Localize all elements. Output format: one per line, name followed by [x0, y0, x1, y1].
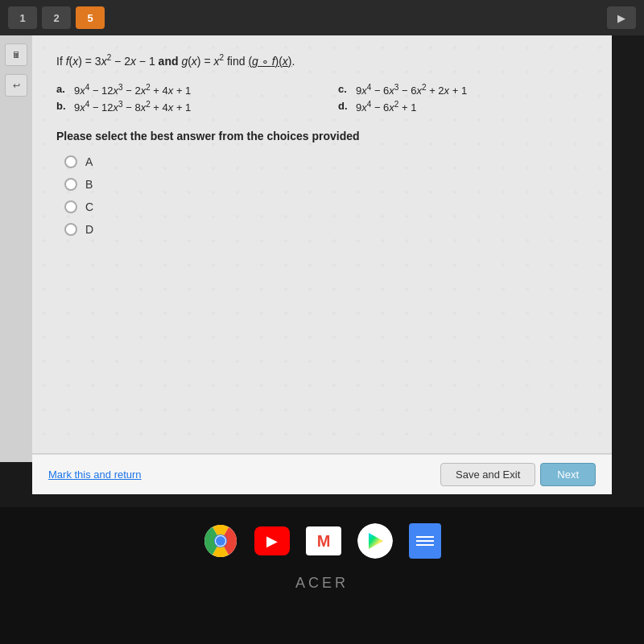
youtube-icon[interactable]: ▶ [254, 526, 290, 555]
mark-return-link[interactable]: Mark this and return [48, 469, 142, 481]
docs-line-2 [416, 540, 434, 542]
answer-c: c. 9x4 − 6x3 − 6x2 + 2x + 1 [338, 83, 588, 97]
question-title: If f(x) = 3x2 − 2x − 1 and g(x) = x2 fin… [56, 52, 588, 70]
radio-circle-d[interactable] [64, 223, 77, 236]
answer-d-text: 9x4 − 6x2 + 1 [356, 100, 416, 114]
answer-choices-grid: a. 9x4 − 12x3 − 2x2 + 4x + 1 c. 9x4 − 6x… [56, 83, 588, 114]
question-content-area: If f(x) = 3x2 − 2x − 1 and g(x) = x2 fin… [32, 35, 612, 454]
radio-option-a[interactable]: A [64, 155, 588, 168]
radio-circle-a[interactable] [64, 155, 77, 168]
tool-arrow[interactable]: ↩ [5, 74, 27, 97]
radio-label-a: A [85, 155, 93, 168]
radio-option-c[interactable]: C [64, 200, 588, 213]
selection-prompt: Please select the best answer from the c… [56, 130, 588, 142]
radio-circle-b[interactable] [64, 178, 77, 191]
radio-label-b: B [85, 178, 93, 191]
play-button[interactable]: ▶ [607, 6, 636, 29]
docs-line-1 [416, 536, 434, 538]
save-exit-button[interactable]: Save and Exit [440, 463, 535, 486]
radio-label-c: C [85, 200, 93, 213]
answer-d-label: d. [338, 100, 351, 114]
top-navigation-bar: 1 2 5 ▶ [0, 0, 644, 35]
answer-a-text: 9x4 − 12x3 − 2x2 + 4x + 1 [74, 83, 191, 97]
gmail-icon[interactable]: M [306, 526, 341, 555]
answer-a: a. 9x4 − 12x3 − 2x2 + 4x + 1 [56, 83, 306, 97]
gmail-m-icon: M [317, 532, 331, 551]
radio-option-b[interactable]: B [64, 178, 588, 191]
answer-c-label: c. [338, 83, 351, 97]
answer-d: d. 9x4 − 6x2 + 1 [338, 100, 588, 114]
taskbar: ▶ M [0, 507, 644, 644]
bottom-action-bar: Mark this and return Save and Exit Next [32, 454, 612, 494]
radio-options-group: A B C D [64, 155, 588, 236]
tool-calculator[interactable]: 🖩 [5, 43, 27, 66]
bottom-right-buttons: Save and Exit Next [440, 463, 596, 486]
taskbar-icons-row: ▶ M [203, 523, 441, 559]
answer-b-label: b. [56, 100, 69, 114]
tab-5[interactable]: 5 [76, 6, 105, 29]
answer-a-label: a. [56, 83, 69, 97]
acer-logo: acer [295, 575, 349, 592]
docs-line-3 [416, 544, 434, 546]
answer-b-text: 9x4 − 12x3 − 8x2 + 4x + 1 [74, 100, 191, 114]
play-store-icon[interactable] [357, 523, 393, 559]
answer-b: b. 9x4 − 12x3 − 8x2 + 4x + 1 [56, 100, 306, 114]
radio-label-d: D [85, 223, 93, 236]
next-button[interactable]: Next [540, 463, 596, 486]
svg-point-3 [216, 536, 225, 546]
tab-2[interactable]: 2 [42, 6, 71, 29]
left-toolbar: 🖩 ↩ [0, 35, 32, 462]
youtube-play-icon: ▶ [266, 532, 278, 550]
tab-1[interactable]: 1 [8, 6, 37, 29]
radio-circle-c[interactable] [64, 200, 77, 213]
chrome-icon[interactable] [203, 523, 238, 559]
answer-c-text: 9x4 − 6x3 − 6x2 + 2x + 1 [356, 83, 467, 97]
docs-icon[interactable] [409, 523, 441, 559]
radio-option-d[interactable]: D [64, 223, 588, 236]
